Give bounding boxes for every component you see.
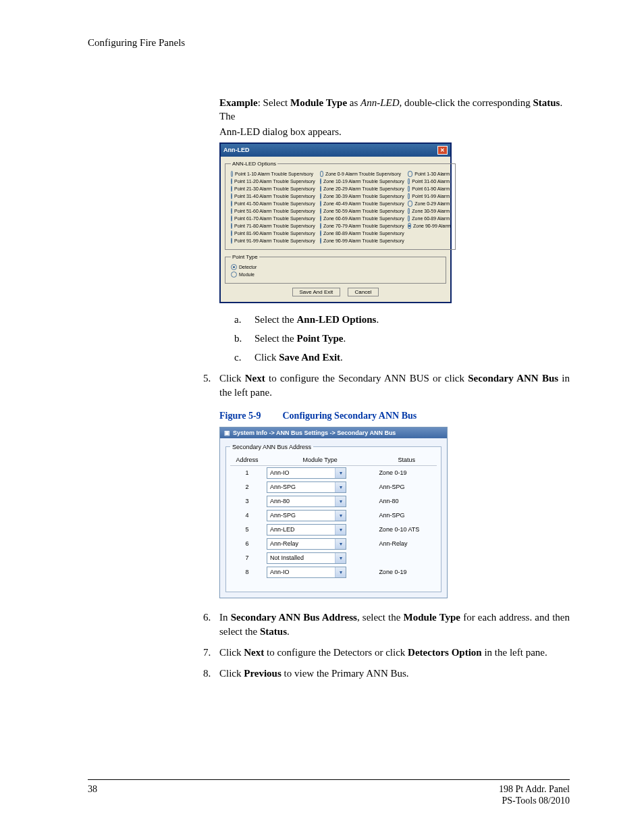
radio-icon: [231, 208, 232, 214]
radio-option[interactable]: Zone 60-69 Alarm Trouble Supervisory: [320, 215, 401, 221]
fieldset-legend: Secondary ANN Bus Address: [230, 444, 313, 450]
t: Ann-LED Options: [296, 314, 376, 325]
close-icon[interactable]: ✕: [437, 146, 448, 155]
t: Status: [260, 626, 287, 637]
save-and-exit-button[interactable]: Save And Exit: [292, 288, 341, 296]
breadcrumb-text: System Info -> ANN Bus Settings -> Secon…: [233, 429, 396, 436]
module-type-select[interactable]: Ann-SPG▾: [267, 510, 346, 521]
radio-option[interactable]: Point 91-99 Alarm Trouble Supervisory: [231, 238, 313, 244]
radio-label: Point 61-70 Alarm Trouble Supervisory: [234, 216, 315, 221]
t: Click: [219, 373, 245, 384]
module-type-select[interactable]: Ann-LED▾: [267, 524, 346, 536]
radio-option[interactable]: Zone 80-89 Alarm Trouble Supervisory: [320, 230, 401, 236]
radio-label: Point 91-99 Alarm Trouble Supervisory: [234, 238, 315, 243]
t: as: [347, 97, 360, 108]
select-value: Not Installed: [270, 554, 304, 561]
cell-status[interactable]: Ann-Relay: [376, 537, 437, 551]
t: 7.: [203, 646, 219, 660]
module-type-select[interactable]: Not Installed▾: [267, 552, 346, 564]
cancel-button[interactable]: Cancel: [348, 288, 379, 296]
cell-status[interactable]: Ann-SPG: [376, 480, 437, 494]
radio-icon: [231, 238, 232, 244]
radio-option[interactable]: Point 11-20 Alarm Trouble Supervisory: [231, 178, 313, 184]
radio-icon: [231, 264, 237, 270]
radio-option[interactable]: Zone 20-29 Alarm Trouble Supervisory: [320, 186, 401, 192]
footer-right-2: PS-Tools 08/2010: [502, 796, 570, 806]
radio-option[interactable]: Point 51-60 Alarm Trouble Supervisory: [231, 208, 313, 214]
footer-right-1: 198 Pt Addr. Panel: [499, 784, 570, 794]
chevron-down-icon: ▾: [335, 496, 346, 506]
radio-label: Zone 90-99 Alarm Trouble Supervisory: [323, 238, 404, 243]
radio-option[interactable]: Zone 60-89 Alarm: [408, 215, 450, 221]
cell-status[interactable]: Zone 0-19: [376, 465, 437, 480]
ann-led-dialog: Ann-LED ✕ ANN-LED Options Point 1-10 Ala…: [219, 142, 452, 303]
ann-led-options-fieldset: ANN-LED Options Point 1-10 Alarm Trouble…: [225, 161, 456, 250]
page-footer: 38 198 Pt Addr. Panel PS-Tools 08/2010: [88, 779, 570, 807]
point-type-module[interactable]: Module: [231, 271, 440, 278]
point-type-detector[interactable]: Detector: [231, 264, 440, 270]
t: Select the: [254, 333, 296, 344]
radio-option[interactable]: Point 21-30 Alarm Trouble Supervisory: [231, 186, 313, 192]
radio-option[interactable]: Point 91-99 Alarm: [408, 193, 450, 199]
radio-label: Point 21-30 Alarm Trouble Supervisory: [234, 186, 315, 191]
t: Next: [245, 373, 265, 384]
page-number: 38: [88, 784, 97, 807]
radio-option[interactable]: Point 61-70 Alarm Trouble Supervisory: [231, 215, 313, 221]
t: .: [344, 333, 346, 344]
radio-label: Point 81-90 Alarm Trouble Supervisory: [234, 231, 315, 236]
radio-option[interactable]: Zone 40-49 Alarm Trouble Supervisory: [320, 201, 401, 207]
select-value: Ann-Relay: [270, 540, 298, 547]
radio-icon: [320, 208, 321, 214]
cell-address: 3: [230, 494, 264, 509]
radio-option[interactable]: Zone 50-59 Alarm Trouble Supervisory: [320, 208, 401, 214]
module-type-select[interactable]: Ann-IO▾: [267, 467, 346, 479]
module-type-select[interactable]: Ann-Relay▾: [267, 538, 346, 550]
radio-option[interactable]: Point 31-40 Alarm Trouble Supervisory: [231, 193, 313, 199]
radio-option[interactable]: Point 1-30 Alarm: [408, 171, 450, 177]
module-type-select[interactable]: Ann-IO▾: [267, 567, 346, 578]
radio-label: Zone 0-9 Alarm Trouble Supervisory: [325, 172, 401, 176]
radio-label: Point 1-30 Alarm: [414, 172, 450, 176]
radio-label: Zone 60-89 Alarm: [412, 216, 450, 221]
radio-label: Point 71-80 Alarm Trouble Supervisory: [234, 224, 315, 228]
radio-option[interactable]: Zone 90-99 Alarm: [408, 223, 450, 229]
t: .: [340, 352, 343, 363]
cell-status[interactable]: Zone 0-10 ATS: [376, 523, 437, 537]
module-type-select[interactable]: Ann-SPG▾: [267, 481, 346, 493]
cell-status[interactable]: Ann-80: [376, 494, 437, 509]
intro-paragraph: Example: Select Module Type as Ann-LED, …: [219, 96, 570, 138]
cell-status[interactable]: Ann-SPG: [376, 509, 437, 523]
secondary-ann-bus-window: ▣ System Info -> ANN Bus Settings -> Sec…: [219, 427, 448, 598]
radio-option[interactable]: Point 81-90 Alarm Trouble Supervisory: [231, 230, 313, 236]
radio-icon: [320, 215, 321, 221]
radio-label: Point 61-90 Alarm: [412, 186, 450, 191]
radio-icon: [231, 186, 232, 192]
ann-led-options-legend: ANN-LED Options: [231, 161, 277, 167]
app-breadcrumb: ▣ System Info -> ANN Bus Settings -> Sec…: [220, 427, 447, 438]
cell-status[interactable]: [376, 551, 437, 565]
radio-option[interactable]: Zone 10-19 Alarm Trouble Supervisory: [320, 178, 401, 184]
radio-option[interactable]: Point 41-50 Alarm Trouble Supervisory: [231, 201, 313, 207]
radio-option[interactable]: Zone 70-79 Alarm Trouble Supervisory: [320, 223, 401, 229]
radio-icon: [320, 238, 321, 244]
radio-icon: [320, 171, 323, 177]
radio-icon: [408, 193, 410, 199]
radio-icon: [408, 201, 412, 207]
radio-option[interactable]: Zone 0-9 Alarm Trouble Supervisory: [320, 171, 401, 177]
radio-label: Point 1-10 Alarm Trouble Supervisory: [235, 172, 313, 176]
radio-icon: [231, 193, 232, 199]
radio-option[interactable]: Point 1-10 Alarm Trouble Supervisory: [231, 171, 313, 177]
secondary-ann-bus-fieldset: Secondary ANN Bus Address Address Module…: [225, 444, 441, 592]
cell-status[interactable]: Zone 0-19: [376, 565, 437, 579]
radio-option[interactable]: Point 31-60 Alarm: [408, 178, 450, 184]
table-row: 1Ann-IO▾Zone 0-19: [230, 465, 437, 480]
radio-option[interactable]: Zone 90-99 Alarm Trouble Supervisory: [320, 238, 401, 244]
figure-number: Figure 5-9: [219, 411, 280, 421]
radio-option[interactable]: Zone 0-29 Alarm: [408, 201, 450, 207]
radio-option[interactable]: Zone 30-59 Alarm: [408, 208, 450, 214]
radio-icon: [408, 208, 410, 214]
radio-option[interactable]: Zone 30-39 Alarm Trouble Supervisory: [320, 193, 401, 199]
radio-option[interactable]: Point 61-90 Alarm: [408, 186, 450, 192]
module-type-select[interactable]: Ann-80▾: [267, 496, 346, 507]
radio-option[interactable]: Point 71-80 Alarm Trouble Supervisory: [231, 223, 313, 229]
